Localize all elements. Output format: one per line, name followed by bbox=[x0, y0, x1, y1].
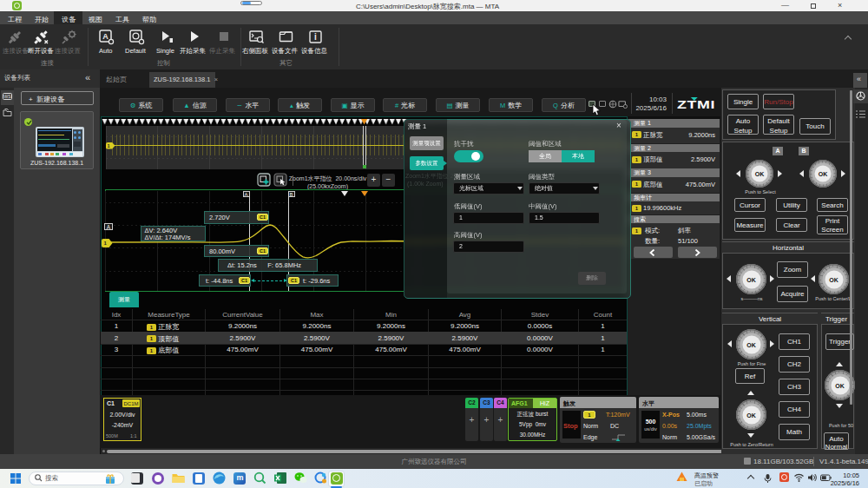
svg-text:i: i bbox=[314, 32, 317, 42]
svg-text:A: A bbox=[102, 32, 108, 41]
svg-text:WS: WS bbox=[3, 94, 11, 99]
